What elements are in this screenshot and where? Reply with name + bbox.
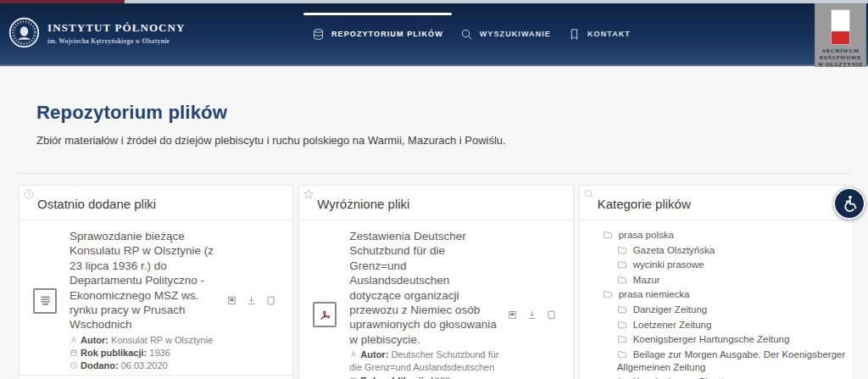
pdf-file-icon bbox=[313, 302, 337, 327]
card-recent-files: Ostatnio dodane pliki Sprawozdanie bieżą… bbox=[19, 185, 293, 379]
category-item[interactable]: Beilage zur Morgen Ausgabe. Der Koenigsb… bbox=[580, 348, 853, 374]
polish-flag-emblem-icon bbox=[831, 9, 850, 45]
navbar: INSTYTUT PÓŁNOCNY im. Wojciecha Kętrzyńs… bbox=[0, 3, 868, 66]
download-icon[interactable] bbox=[246, 295, 257, 306]
nav-label: WYSZUKIWANIE bbox=[480, 30, 551, 38]
file-entry: Zestawienia Deutscher Schutzbund für die… bbox=[299, 220, 572, 379]
select-checkbox-icon[interactable] bbox=[265, 295, 276, 306]
brand-subtitle: im. Wojciecha Kętrzyńskiego w Olsztynie bbox=[47, 37, 186, 45]
clock-icon bbox=[70, 361, 78, 370]
nav-item-repozytorium[interactable]: REPOZYTORIUM PLIKÓW bbox=[303, 3, 452, 64]
category-item[interactable]: Gazeta Olsztyńska bbox=[580, 244, 853, 257]
file-meta: Autor: Deutscher Schutzbund für die Gren… bbox=[349, 348, 503, 379]
file-title-link[interactable]: Sprawozdanie bieżące Konsulatu RP w Olsz… bbox=[70, 229, 223, 332]
nav-label: REPOZYTORIUM PLIKÓW bbox=[331, 30, 443, 38]
meta-year: Rok publikacji: 1936 bbox=[70, 347, 223, 359]
bookmark-icon bbox=[568, 28, 581, 41]
institute-seal-icon bbox=[8, 17, 40, 48]
file-actions bbox=[507, 309, 557, 320]
folder-icon bbox=[617, 320, 627, 330]
category-item[interactable]: prasa niemiecka bbox=[580, 288, 853, 301]
nav-item-wyszukiwanie[interactable]: WYSZUKIWANIE bbox=[452, 3, 559, 64]
category-item[interactable]: prasa polska bbox=[580, 229, 853, 242]
card-title: Wyróżnione pliki bbox=[317, 196, 555, 212]
category-item[interactable]: Mazur bbox=[580, 274, 853, 287]
details-icon[interactable] bbox=[226, 295, 237, 306]
page-subtitle: Zbiór materiałów i źródeł do dziejów ple… bbox=[36, 134, 868, 147]
search-icon bbox=[583, 188, 595, 200]
clock-icon bbox=[23, 188, 35, 200]
file-actions bbox=[226, 295, 276, 306]
wheelchair-icon bbox=[839, 193, 860, 214]
search-icon bbox=[460, 28, 473, 41]
folder-icon bbox=[617, 304, 627, 315]
meta-author: Autor: Deutscher Schutzbund für die Gren… bbox=[349, 348, 503, 374]
category-item[interactable]: Koenigsberger Hartungsche Zeitung bbox=[580, 333, 853, 346]
database-icon bbox=[312, 28, 325, 41]
brand-title: INSTYTUT PÓŁNOCNY bbox=[47, 21, 186, 35]
card-title: Ostatnio dodane pliki bbox=[37, 196, 275, 212]
file-meta: Autor: Konsulat RP w Olsztynie Rok publi… bbox=[70, 334, 223, 373]
card-featured-files: Wyróżnione pliki Zestawienia Deutscher S… bbox=[298, 185, 573, 379]
section-divider bbox=[17, 173, 851, 174]
folder-icon bbox=[603, 230, 613, 240]
file-entry: Sprawozdanie bieżące Konsulatu RP w Olsz… bbox=[19, 220, 292, 376]
folder-icon bbox=[603, 289, 613, 299]
nav-label: KONTAKT bbox=[587, 30, 631, 38]
folder-icon bbox=[617, 245, 627, 255]
category-tree: prasa polska Gazeta Olsztyńska wycinki p… bbox=[580, 229, 853, 379]
category-item[interactable]: Danziger Zeitung bbox=[580, 304, 853, 316]
file-title-link[interactable]: Zestawienia Deutscher Schutzbund für die… bbox=[349, 229, 503, 347]
folder-icon bbox=[617, 349, 627, 359]
meta-year: Rok publikacji: 1920 bbox=[349, 375, 503, 379]
folder-icon bbox=[617, 259, 627, 270]
document-icon bbox=[33, 288, 57, 314]
meta-added: Dodano: 06.03.2020 bbox=[70, 359, 223, 372]
page-title: Repozytorium plików bbox=[36, 102, 868, 124]
download-icon[interactable] bbox=[526, 309, 537, 320]
person-icon bbox=[349, 350, 358, 359]
main-content: Repozytorium plików Zbiór materiałów i ź… bbox=[0, 102, 868, 379]
main-nav: REPOZYTORIUM PLIKÓW WYSZUKIWANIE KONTAKT bbox=[303, 3, 639, 64]
brand-home-link[interactable]: INSTYTUT PÓŁNOCNY im. Wojciecha Kętrzyńs… bbox=[8, 17, 186, 48]
category-item[interactable]: wycinki prasowe bbox=[580, 259, 853, 271]
calendar-icon bbox=[70, 348, 78, 357]
star-icon bbox=[303, 188, 314, 200]
card-header: Ostatnio dodane pliki bbox=[19, 186, 292, 220]
card-title: Kategorie plików bbox=[598, 196, 836, 212]
partner-line: ARCHIWUM bbox=[821, 47, 860, 54]
category-item[interactable]: Koenigsberger Blaetter bbox=[580, 376, 853, 379]
nav-item-kontakt[interactable]: KONTAKT bbox=[559, 3, 639, 64]
category-item[interactable]: Loetzener Zeitung bbox=[580, 319, 853, 332]
file-entry: Raport Konsulatu RP w Olsztynie (z 29 ma… bbox=[19, 376, 292, 379]
partner-line: W OLSZTYNIE bbox=[818, 61, 864, 68]
details-icon[interactable] bbox=[507, 309, 518, 320]
active-tab-indicator bbox=[303, 13, 452, 15]
folder-icon bbox=[617, 334, 627, 344]
person-icon bbox=[70, 336, 78, 344]
card-header: Wyróżnione pliki bbox=[299, 186, 572, 220]
calendar-icon bbox=[349, 376, 358, 379]
accessibility-widget-button[interactable] bbox=[833, 187, 865, 220]
partner-line: PAŃSTWOWE bbox=[820, 54, 862, 61]
folder-icon bbox=[617, 275, 627, 285]
card-header: Kategorie plików bbox=[580, 186, 853, 220]
partner-logo-archiwum[interactable]: ARCHIWUM PAŃSTWOWE W OLSZTYNIE bbox=[815, 3, 866, 67]
card-file-categories: Kategorie plików prasa polska Gazeta Ols… bbox=[579, 185, 854, 379]
select-checkbox-icon[interactable] bbox=[546, 309, 557, 320]
meta-author: Autor: Konsulat RP w Olsztynie bbox=[70, 334, 223, 347]
cards-row: Ostatnio dodane pliki Sprawozdanie bieżą… bbox=[19, 185, 854, 379]
